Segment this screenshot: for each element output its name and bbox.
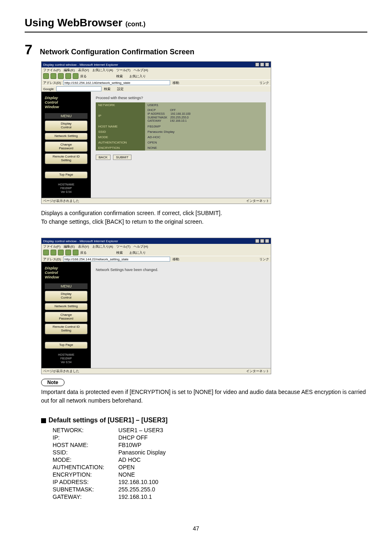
links-label[interactable]: リンク xyxy=(259,81,269,85)
stop-icon[interactable] xyxy=(58,250,64,255)
proceed-text: Proceed with these settings? xyxy=(96,96,266,100)
status-left: ページが表示されました xyxy=(43,199,79,203)
step-row: 7 Network Configuration Confirmation Scr… xyxy=(25,42,367,56)
screenshot-changed: Display control window - Microsoft Inter… xyxy=(41,238,367,374)
main-pane: Proceed with these settings? NETWORKUSER… xyxy=(91,92,271,198)
submit-button[interactable]: SUBMIT xyxy=(113,155,131,160)
window-buttons xyxy=(255,239,269,243)
product-logo: Display Control Window xyxy=(45,266,88,279)
titlebar: Display control window - Microsoft Inter… xyxy=(42,238,271,244)
title-rule xyxy=(25,32,367,32)
toolbar-text: 戻る 検索 お気に入り xyxy=(80,74,146,79)
toolbar: 戻る 検索 お気に入り xyxy=(42,73,271,79)
sidebar-item-network-setting[interactable]: Network Setting xyxy=(45,303,88,310)
forward-icon[interactable] xyxy=(51,250,56,255)
main-pane: Network Settings have been changed. xyxy=(91,262,271,368)
refresh-icon[interactable] xyxy=(65,73,71,79)
go-label[interactable]: 移動 xyxy=(173,257,179,262)
page-number: 47 xyxy=(25,525,367,532)
status-right: インターネット xyxy=(246,199,269,203)
status-right: インターネット xyxy=(246,369,269,373)
sidebar-item-remote-control-id[interactable]: Remote Control ID Setting xyxy=(45,324,88,334)
title-main: Using WebBrowser xyxy=(25,16,122,29)
minimize-icon[interactable] xyxy=(255,239,259,243)
sidebar-item-change-password[interactable]: Change Password xyxy=(45,141,88,152)
refresh-icon[interactable] xyxy=(65,250,71,255)
browser-window-2: Display control window - Microsoft Inter… xyxy=(41,238,271,374)
address-bar: アドレス(D) 移動 リンク xyxy=(42,256,271,262)
home-icon[interactable] xyxy=(73,73,78,79)
google-bar: Google 検索 設定 xyxy=(42,86,271,92)
step-title: Network Configuration Confirmation Scree… xyxy=(40,48,194,56)
go-label[interactable]: 移動 xyxy=(173,81,179,85)
google-btns[interactable]: 検索 設定 xyxy=(104,87,124,91)
window-title: Display control window - Microsoft Inter… xyxy=(43,63,118,67)
close-icon[interactable] xyxy=(265,63,269,67)
status-bar: ページが表示されました インターネット xyxy=(42,368,271,374)
menu-header: MENU xyxy=(45,283,88,289)
step-number: 7 xyxy=(25,42,32,56)
sidebar-item-display-control[interactable]: Display Control xyxy=(45,291,88,301)
addr-input[interactable] xyxy=(63,257,170,262)
addr-input[interactable] xyxy=(63,80,170,85)
maximize-icon[interactable] xyxy=(260,239,264,243)
back-button[interactable]: BACK xyxy=(96,155,111,160)
window-buttons xyxy=(255,63,269,67)
titlebar: Display control window - Microsoft Inter… xyxy=(42,62,271,67)
sidebar-item-top-page[interactable]: Top Page xyxy=(45,171,88,178)
status-left: ページが表示されました xyxy=(43,369,79,373)
sidebar-item-network-setting[interactable]: Network Setting xyxy=(45,133,88,140)
window-title: Display control window - Microsoft Inter… xyxy=(43,239,118,243)
host-info: HOSTNAME FB10WP Ver 0.54 xyxy=(45,183,88,194)
form-buttons: BACK SUBMIT xyxy=(96,155,266,160)
config-table: NETWORKUSER1 IPDHCP OFF IP ADDRESS 192.1… xyxy=(96,102,266,151)
links-label[interactable]: リンク xyxy=(259,257,269,262)
close-icon[interactable] xyxy=(265,239,269,243)
addr-label: アドレス(D) xyxy=(43,81,61,85)
host-info: HOSTNAME FB10WP Ver 0.54 xyxy=(45,353,88,364)
note-text: Important data is protected even if [ENC… xyxy=(41,388,367,405)
maximize-icon[interactable] xyxy=(260,63,264,67)
toolbar-text: 戻る 検索 お気に入り xyxy=(80,250,146,255)
menu-header: MENU xyxy=(45,113,88,119)
sidebar-item-top-page[interactable]: Top Page xyxy=(45,342,88,349)
note-badge: Note xyxy=(41,379,65,386)
square-bullet-icon xyxy=(41,418,46,423)
sidebar-item-remote-control-id[interactable]: Remote Control ID Setting xyxy=(45,153,88,164)
sidebar-item-change-password[interactable]: Change Password xyxy=(45,312,88,322)
minimize-icon[interactable] xyxy=(255,63,259,67)
home-icon[interactable] xyxy=(73,250,78,255)
menubar[interactable]: ファイル(F) 編集(E) 表示(V) お気に入り(A) ツール(T) ヘルプ(… xyxy=(42,244,271,249)
sidebar-item-display-control[interactable]: Display Control xyxy=(45,120,88,131)
defaults-table: NETWORK:USER1 – USER3 IP:DHCP OFF HOST N… xyxy=(53,426,168,500)
defaults-heading: Default settings of [USER1] – [USER3] xyxy=(41,417,367,424)
google-label: Google xyxy=(43,87,54,91)
stop-icon[interactable] xyxy=(58,73,64,79)
screenshot-confirmation: Display control window - Microsoft Inter… xyxy=(41,61,367,204)
forward-icon[interactable] xyxy=(51,73,56,79)
toolbar: 戻る 検索 お気に入り xyxy=(42,249,271,256)
addr-label: アドレス(D) xyxy=(43,257,61,262)
browser-window-1: Display control window - Microsoft Inter… xyxy=(41,61,271,204)
address-bar: アドレス(D) 移動 リンク xyxy=(42,79,271,86)
product-logo: Display Control Window xyxy=(45,96,88,109)
sidebar: Display Control Window MENU Display Cont… xyxy=(42,262,91,368)
changed-message: Network Settings have been changed. xyxy=(96,266,266,272)
description-paragraph: Displays a configuration confirmation sc… xyxy=(41,209,367,226)
title-cont: (cont.) xyxy=(125,21,145,28)
status-bar: ページが表示されました インターネット xyxy=(42,198,271,204)
google-input[interactable] xyxy=(56,86,101,91)
page-title: Using WebBrowser (cont.) xyxy=(25,16,367,29)
back-icon[interactable] xyxy=(43,73,49,79)
back-icon[interactable] xyxy=(43,250,49,255)
sidebar: Display Control Window MENU Display Cont… xyxy=(42,92,91,198)
menubar[interactable]: ファイル(F) 編集(E) 表示(V) お気に入り(A) ツール(T) ヘルプ(… xyxy=(42,67,271,73)
